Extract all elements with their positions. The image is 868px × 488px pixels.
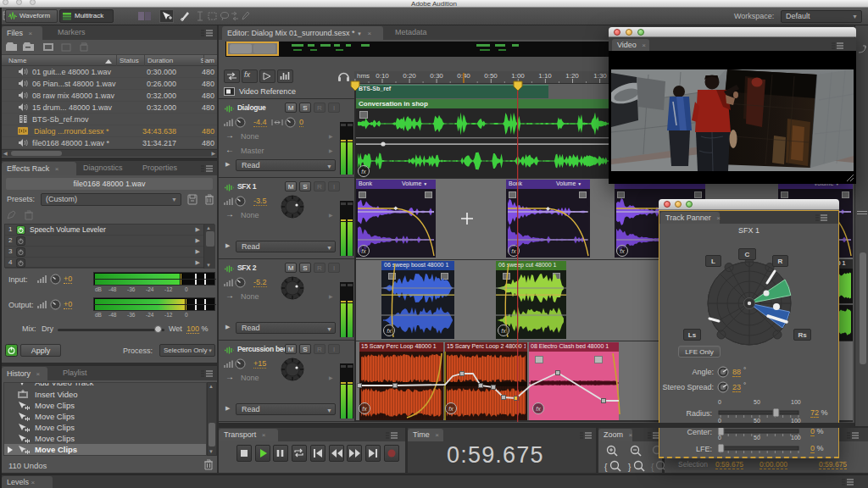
svg-text:fx: fx (448, 406, 453, 412)
svg-text:fx: fx (620, 248, 625, 254)
svg-text:fx: fx (536, 406, 541, 412)
svg-text:fx: fx (361, 169, 366, 175)
svg-text:fx: fx (362, 406, 367, 412)
svg-text:fx: fx (361, 248, 366, 254)
svg-text:fx: fx (387, 328, 392, 334)
svg-text:fx: fx (511, 248, 516, 254)
svg-text:fx: fx (501, 328, 506, 334)
